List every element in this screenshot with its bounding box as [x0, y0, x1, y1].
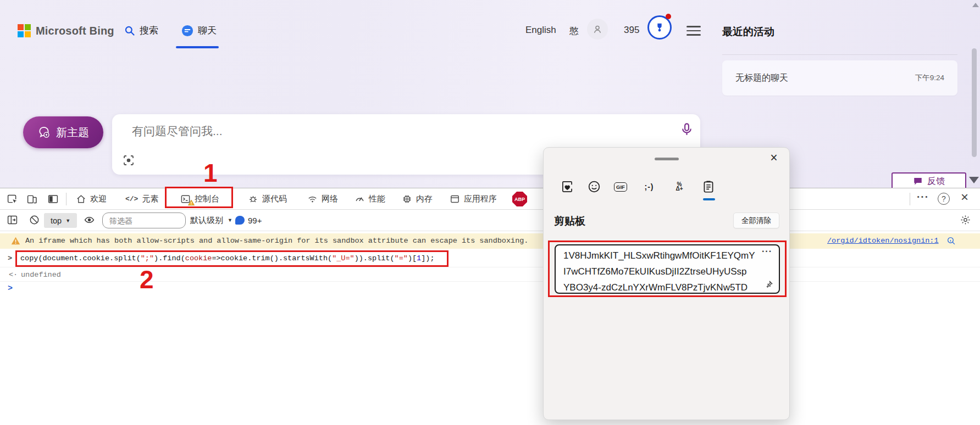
chat-bubble-icon — [181, 25, 193, 37]
more-options-icon[interactable]: ··· — [917, 191, 929, 203]
divider — [910, 193, 910, 205]
message-count-label: 99+ — [248, 216, 262, 225]
tab-search[interactable]: 搜索 — [124, 24, 158, 37]
close-devtools-icon[interactable]: × — [961, 189, 968, 205]
clipboard-item-line3: YBO3y4-zdCzLnYXrWmFLV8PzTjvKNw5TD — [563, 282, 748, 293]
console-toolbar: top ▼ 默认级别 ▼ 99+ — [0, 210, 980, 231]
adblock-extension-icon[interactable]: ABP — [512, 192, 527, 206]
console-filter-input[interactable] — [102, 213, 186, 228]
tab-elements[interactable]: </> 元素 — [125, 188, 158, 209]
result-arrow-icon: <· — [9, 271, 18, 279]
tab-chat-label: 聊天 — [198, 24, 217, 37]
mru-emoji-icon[interactable] — [560, 180, 574, 194]
symbols-icon[interactable]: % Δ+ — [672, 180, 686, 194]
messages-bubble-icon — [235, 216, 245, 225]
emoji-smiley-icon[interactable] — [587, 180, 601, 194]
tab-application[interactable]: 应用程序 — [450, 188, 497, 209]
scrollbar-down-arrow[interactable] — [969, 177, 979, 183]
warning-source-link[interactable]: /orgid/idtoken/nosignin:1 — [827, 237, 939, 245]
pin-icon[interactable] — [764, 280, 773, 289]
console-input-chevron[interactable]: > — [8, 284, 13, 293]
rewards-points: 395 — [624, 25, 639, 36]
divider — [66, 193, 67, 205]
recent-activity-heading: 最近的活动 — [722, 25, 774, 39]
gif-icon[interactable]: GIF — [613, 180, 628, 194]
screen: Microsoft Bing 搜索 聊天 English 憨 395 — [0, 0, 980, 425]
help-icon[interactable]: ? — [938, 193, 950, 205]
clipboard-item-line2: I7wCHTfZ6Mo7EkUIKusDjII2ZtrseUHyUSsp — [563, 266, 746, 277]
drag-handle[interactable] — [655, 158, 679, 160]
new-chat-icon — [37, 126, 51, 139]
language-selector[interactable]: English — [525, 25, 556, 36]
context-selector[interactable]: top ▼ — [44, 213, 77, 228]
chevron-down-icon: ▼ — [228, 217, 232, 223]
inspect-element-icon[interactable] — [7, 193, 18, 205]
sources-icon — [248, 194, 258, 204]
profile-name[interactable]: 憨 — [569, 25, 579, 37]
tab-memory-label: 内存 — [416, 194, 433, 204]
tab-search-label: 搜索 — [140, 24, 158, 37]
tab-sources[interactable]: 源代码 — [248, 188, 287, 209]
log-level-selector[interactable]: 默认级别 ▼ — [190, 210, 232, 231]
memory-icon — [402, 194, 412, 204]
active-clipboard-tab-underline — [703, 198, 715, 200]
tab-console[interactable]: 控制台 — [180, 188, 219, 209]
search-issue-icon[interactable] — [946, 236, 956, 245]
hamburger-menu[interactable] — [686, 23, 701, 38]
bing-logo[interactable]: Microsoft Bing — [18, 24, 114, 37]
clipboard-item[interactable]: 1V8HJmkKIT_HLSxwRtihgwMfOitKF1EYQmY I7wC… — [555, 244, 780, 294]
scrollbar-thumb[interactable] — [972, 48, 977, 157]
chat-item-title: 无标题的聊天 — [735, 72, 788, 84]
close-clipboard-icon[interactable]: × — [765, 149, 783, 166]
warning-message: An iframe which has both allow-scripts a… — [25, 237, 528, 245]
feedback-label: 反馈 — [927, 176, 945, 187]
tab-performance-label: 性能 — [369, 194, 385, 204]
dock-side-icon[interactable] — [47, 193, 59, 205]
tab-network[interactable]: 网络 — [307, 188, 338, 209]
tab-welcome[interactable]: 欢迎 — [76, 188, 107, 209]
console-settings-gear-icon[interactable] — [960, 214, 971, 226]
result-value: undefined — [21, 271, 61, 279]
console-warning-badge — [188, 199, 195, 206]
active-tab-underline — [176, 46, 219, 48]
tab-chat[interactable]: 聊天 — [181, 24, 217, 37]
console-icon — [180, 194, 191, 204]
chat-input[interactable] — [132, 122, 627, 141]
console-command[interactable]: copy(document.cookie.split(";").find(coo… — [20, 254, 435, 262]
tab-memory[interactable]: 内存 — [402, 188, 433, 209]
brand-name: Microsoft Bing — [36, 25, 114, 37]
microsoft-logo-icon — [18, 24, 31, 37]
device-toolbar-icon[interactable] — [26, 193, 38, 205]
new-topic-button[interactable]: 新主题 — [23, 116, 103, 148]
home-icon — [76, 194, 86, 204]
chevron-down-icon: ▼ — [65, 218, 70, 223]
annotation-step-1: 1 — [203, 158, 218, 188]
microphone-icon[interactable] — [679, 122, 694, 137]
application-icon — [450, 194, 460, 204]
feedback-bubble-icon — [913, 176, 923, 186]
bing-page: Microsoft Bing 搜索 聊天 English 憨 395 — [0, 0, 980, 188]
visual-search-icon[interactable] — [122, 154, 135, 167]
clipboard-tab-icon[interactable] — [701, 180, 716, 194]
clipboard-item-more-icon[interactable]: ··· — [762, 247, 772, 256]
kaomoji-icon[interactable]: ;-) — [642, 180, 656, 194]
live-expression-icon[interactable] — [84, 214, 95, 226]
tab-performance[interactable]: 性能 — [355, 188, 385, 209]
scrollbar-up-arrow[interactable] — [972, 3, 979, 7]
tab-welcome-label: 欢迎 — [90, 194, 107, 204]
warning-icon — [11, 236, 20, 245]
chat-item-time: 下午9:24 — [915, 73, 944, 83]
clear-console-icon[interactable] — [29, 214, 40, 226]
console-sidebar-icon[interactable] — [7, 214, 18, 226]
context-label: top — [51, 216, 62, 225]
clipboard-item-line1: 1V8HJmkKIT_HLSxwRtihgwMfOitKF1EYQmY — [563, 250, 755, 261]
console-message-count[interactable]: 99+ — [235, 210, 262, 231]
tab-console-label: 控制台 — [195, 194, 219, 204]
recent-chat-item[interactable]: 无标题的聊天 下午9:24 — [722, 60, 957, 96]
tab-application-label: 应用程序 — [464, 194, 497, 204]
command-prompt-chevron: > — [8, 254, 12, 262]
avatar[interactable] — [587, 19, 608, 40]
tab-sources-label: 源代码 — [262, 194, 287, 204]
clear-all-button[interactable]: 全部清除 — [733, 213, 779, 228]
network-icon — [307, 194, 318, 204]
